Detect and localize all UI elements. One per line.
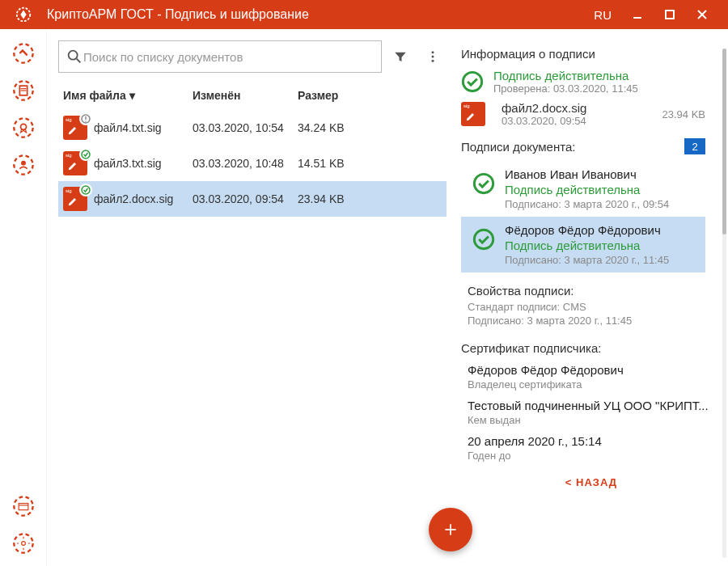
file-size: 34.24 KB bbox=[298, 121, 379, 134]
svg-point-29 bbox=[82, 186, 90, 194]
check-circle-icon bbox=[461, 70, 484, 93]
scrollbar-thumb[interactable] bbox=[722, 49, 726, 234]
sidebar-contacts-icon[interactable] bbox=[11, 152, 36, 178]
minimize-button[interactable] bbox=[621, 0, 654, 29]
svg-point-31 bbox=[474, 174, 493, 192]
svg-point-23 bbox=[432, 56, 434, 58]
svg-point-15 bbox=[14, 496, 32, 515]
sidebar-archive-icon[interactable] bbox=[11, 493, 36, 519]
svg-point-24 bbox=[432, 60, 434, 62]
file-size: 23.94 KB bbox=[298, 192, 379, 205]
file-size: 14.51 KB bbox=[298, 157, 379, 170]
svg-point-14 bbox=[21, 161, 25, 165]
file-name: файл3.txt.sig bbox=[94, 157, 193, 170]
language-switch[interactable]: RU bbox=[584, 8, 621, 22]
signature-valid-label: Подпись действительна bbox=[493, 69, 638, 82]
table-row[interactable]: sig файл2.docx.sig 03.03.2020, 09:54 23.… bbox=[58, 181, 447, 217]
file-name: файл2.docx.sig bbox=[94, 192, 193, 205]
signer-item[interactable]: Фёдоров Фёдор Фёдорович Подпись действит… bbox=[461, 217, 705, 272]
signature-info-pane: Информация о подписи Подпись действитель… bbox=[447, 40, 728, 566]
svg-point-30 bbox=[463, 72, 481, 91]
props-heading: Свойства подписи: bbox=[468, 284, 722, 298]
table-header: Имя файла ▾ Изменён Размер bbox=[58, 81, 447, 110]
cert-expires-label: Годен до bbox=[468, 450, 722, 462]
check-circle-icon bbox=[472, 172, 495, 195]
sig-file-icon: sig bbox=[63, 151, 87, 175]
cert-owner-label: Владелец сертификата bbox=[468, 378, 722, 391]
svg-point-20 bbox=[69, 51, 78, 60]
cert-owner: Фёдоров Фёдор Фёдорович bbox=[468, 363, 722, 377]
plus-icon bbox=[442, 522, 459, 538]
add-fab-button[interactable] bbox=[429, 508, 472, 551]
col-name-header[interactable]: Имя файла bbox=[63, 89, 126, 102]
svg-point-22 bbox=[432, 51, 434, 53]
col-size-header[interactable]: Размер bbox=[298, 89, 379, 102]
svg-marker-1 bbox=[20, 11, 26, 19]
sig-standard: Стандарт подписи: CMS bbox=[468, 301, 722, 313]
checked-date: Проверена: 03.03.2020, 11:45 bbox=[493, 82, 638, 95]
table-row[interactable]: sig файл4.txt.sig 03.03.2020, 10:54 34.2… bbox=[58, 110, 447, 146]
file-list-pane: Имя файла ▾ Изменён Размер sig файл4.txt… bbox=[58, 40, 447, 566]
info-file-name: файл2.docx.sig bbox=[502, 101, 586, 115]
col-modified-header[interactable]: Изменён bbox=[193, 89, 298, 102]
maximize-button[interactable] bbox=[654, 0, 686, 29]
file-modified: 03.03.2020, 10:48 bbox=[193, 157, 298, 170]
svg-rect-3 bbox=[666, 11, 674, 19]
svg-rect-16 bbox=[19, 504, 28, 510]
search-box[interactable] bbox=[58, 40, 382, 73]
svg-point-11 bbox=[14, 118, 32, 137]
sidebar bbox=[0, 29, 47, 566]
signer-status: Подпись действительна bbox=[505, 183, 669, 196]
cert-expires: 20 апреля 2020 г., 15:14 bbox=[468, 434, 722, 448]
status-valid-icon bbox=[79, 148, 92, 161]
doc-signatures-heading: Подписи документа: bbox=[461, 140, 575, 154]
signer-date: Подписано: 3 марта 2020 г., 11:45 bbox=[505, 254, 669, 266]
file-modified: 03.03.2020, 09:54 bbox=[193, 192, 298, 205]
signer-name: Фёдоров Фёдор Фёдорович bbox=[505, 223, 669, 237]
file-modified: 03.03.2020, 10:54 bbox=[193, 121, 298, 134]
signer-date: Подписано: 3 марта 2020 г., 09:54 bbox=[505, 198, 669, 210]
sidebar-nav-icon[interactable] bbox=[11, 40, 36, 66]
info-file-date: 03.03.2020, 09:54 bbox=[502, 115, 586, 127]
more-button[interactable] bbox=[419, 40, 447, 73]
signer-name: Иванов Иван Иванович bbox=[505, 167, 669, 181]
svg-point-6 bbox=[14, 44, 32, 62]
sig-file-icon: sig bbox=[461, 102, 485, 126]
back-button[interactable]: < НАЗАД bbox=[461, 476, 722, 488]
sig-file-icon: sig bbox=[63, 187, 87, 211]
info-heading: Информация о подписи bbox=[461, 47, 722, 61]
status-valid-icon bbox=[79, 184, 92, 196]
cert-issuer-label: Кем выдан bbox=[468, 414, 722, 426]
file-name: файл4.txt.sig bbox=[94, 121, 193, 134]
svg-point-27 bbox=[85, 120, 87, 122]
status-unknown-icon bbox=[79, 112, 92, 125]
close-button[interactable] bbox=[686, 0, 718, 29]
scrollbar[interactable] bbox=[722, 49, 726, 558]
table-row[interactable]: sig файл3.txt.sig 03.03.2020, 10:48 14.5… bbox=[58, 146, 447, 181]
signer-status: Подпись действительна bbox=[505, 239, 669, 252]
sig-file-icon: sig bbox=[63, 116, 87, 140]
signer-item[interactable]: Иванов Иван Иванович Подпись действитель… bbox=[461, 161, 705, 217]
check-circle-icon bbox=[472, 228, 495, 251]
filter-button[interactable] bbox=[387, 40, 414, 73]
svg-line-21 bbox=[77, 59, 81, 63]
cert-heading: Сертификат подписчика: bbox=[461, 341, 722, 355]
search-input[interactable] bbox=[83, 50, 375, 64]
sidebar-doc-icon[interactable] bbox=[11, 78, 36, 103]
sort-indicator-icon: ▾ bbox=[129, 89, 135, 102]
svg-point-32 bbox=[474, 230, 493, 248]
sig-date: Подписано: 3 марта 2020 г., 11:45 bbox=[468, 315, 722, 327]
cert-issuer: Тестовый подчиненный УЦ ООО "КРИПТ... bbox=[468, 399, 722, 412]
titlebar: КриптоАРМ ГОСТ - Подпись и шифрование RU bbox=[0, 0, 728, 29]
app-logo-icon bbox=[0, 6, 47, 23]
search-icon bbox=[66, 48, 83, 65]
svg-point-28 bbox=[82, 150, 90, 158]
sidebar-settings-icon[interactable] bbox=[11, 530, 36, 556]
sidebar-cert-icon[interactable] bbox=[11, 115, 36, 141]
window-title: КриптоАРМ ГОСТ - Подпись и шифрование bbox=[47, 7, 584, 22]
svg-point-19 bbox=[21, 542, 25, 546]
info-file-size: 23.94 KB bbox=[662, 108, 706, 120]
signatures-count-badge: 2 bbox=[684, 138, 705, 154]
